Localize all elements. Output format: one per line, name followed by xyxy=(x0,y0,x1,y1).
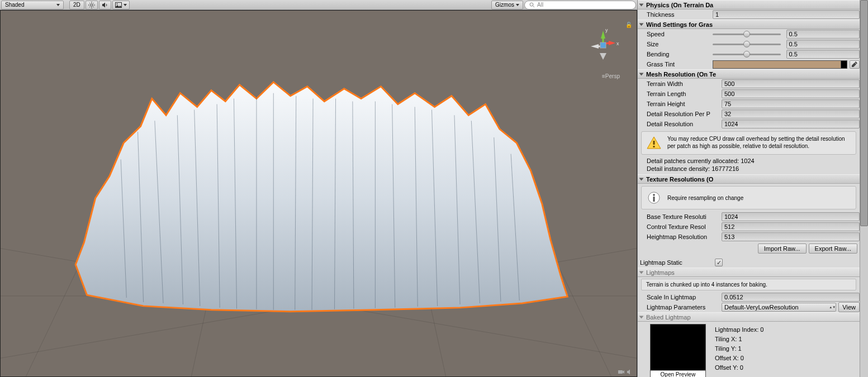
lighting-toggle-button[interactable] xyxy=(86,1,98,9)
camera-icon[interactable] xyxy=(618,369,624,375)
inspector-scrollbar[interactable] xyxy=(860,0,868,377)
scene-toolbar: Shaded 2D Gizmos All xyxy=(0,0,637,10)
terrain-width-field[interactable]: 500 xyxy=(722,79,860,88)
shading-mode-dropdown[interactable]: Shaded xyxy=(1,1,64,9)
svg-marker-43 xyxy=(601,31,605,39)
svg-line-12 xyxy=(533,6,535,7)
texture-section-header[interactable]: Texture Resolutions (O xyxy=(638,174,860,184)
viewport-status-bar xyxy=(614,368,637,376)
import-raw-button[interactable]: Import Raw... xyxy=(758,244,807,254)
lightmap-tiling-x: Tiling X: 1 xyxy=(715,335,763,344)
svg-line-5 xyxy=(89,3,90,3)
lightmap-offset-y: Offset Y: 0 xyxy=(715,363,763,373)
lightmap-static-checkbox[interactable]: ✓ xyxy=(715,259,723,266)
baked-lightmap-block: Open Preview Lightmap Index: 0 Tiling X:… xyxy=(638,322,860,377)
orientation-gizmo[interactable]: y x xyxy=(581,22,625,66)
speaker-status-icon[interactable] xyxy=(627,369,633,375)
svg-rect-52 xyxy=(653,141,655,145)
svg-text:x: x xyxy=(616,41,619,46)
svg-marker-46 xyxy=(609,41,615,45)
lightmap-params-dropdown[interactable]: Default-VeryLowResolution ▲▼ xyxy=(722,303,836,312)
svg-line-6 xyxy=(93,6,94,7)
thickness-row: Thickness 1 xyxy=(638,9,860,20)
terrain-length-field[interactable]: 500 xyxy=(722,89,860,98)
toggle-2d-button[interactable]: 2D xyxy=(69,1,84,9)
thickness-field[interactable]: 1 xyxy=(713,10,860,19)
patches-info: Detail patches currently allocated: 1024 xyxy=(638,157,860,165)
svg-rect-56 xyxy=(653,197,655,202)
warning-icon xyxy=(645,135,663,151)
eyedropper-button[interactable] xyxy=(850,60,860,69)
grass-tint-row: Grass Tint xyxy=(638,59,860,69)
lock-icon[interactable]: 🔓 xyxy=(625,22,632,28)
svg-line-8 xyxy=(93,3,94,3)
svg-marker-50 xyxy=(600,53,606,60)
lightmaps-section-header[interactable]: Lightmaps xyxy=(638,268,860,277)
image-icon xyxy=(115,2,122,8)
effects-dropdown[interactable] xyxy=(112,1,130,9)
perspective-label[interactable]: ≡Persp xyxy=(602,73,620,79)
heightmap-field[interactable]: 513 xyxy=(722,232,860,241)
svg-point-0 xyxy=(91,3,93,6)
wind-size-field[interactable]: 0.5 xyxy=(786,40,860,49)
base-texture-field[interactable]: 1024 xyxy=(722,212,860,221)
scene-search-input[interactable]: All xyxy=(524,1,636,9)
terrain-mesh xyxy=(64,77,573,314)
wind-size-row: Size 0.5 xyxy=(638,39,860,49)
svg-rect-53 xyxy=(653,146,655,147)
wind-speed-field[interactable]: 0.5 xyxy=(786,30,860,39)
lightmap-tiling-y: Tiling Y: 1 xyxy=(715,344,763,354)
speaker-icon xyxy=(102,2,108,8)
lightmap-preview-thumb[interactable]: Open Preview xyxy=(650,324,706,377)
sun-icon xyxy=(88,2,95,8)
svg-marker-41 xyxy=(591,44,599,49)
gizmos-dropdown[interactable]: Gizmos xyxy=(491,1,523,9)
svg-rect-51 xyxy=(618,370,623,374)
audio-toggle-button[interactable] xyxy=(99,1,111,9)
detail-resolution-field[interactable]: 1024 xyxy=(722,120,860,128)
svg-line-7 xyxy=(89,6,90,7)
scene-viewport[interactable]: 🔓 y x ≡Persp xyxy=(0,10,637,377)
texture-help-box: Require resampling on change xyxy=(641,186,856,209)
lightmaps-info: Terrain is chunked up into 4 instances f… xyxy=(641,279,856,290)
wind-speed-row: Speed 0.5 xyxy=(638,29,860,39)
info-icon xyxy=(645,190,663,206)
wind-section-header[interactable]: Wind Settings for Gras xyxy=(638,20,860,29)
mesh-help-box: You may reduce CPU draw call overhead by… xyxy=(641,131,856,155)
wind-bending-slider[interactable] xyxy=(713,54,781,55)
mesh-section-header[interactable]: Mesh Resolution (On Te xyxy=(638,69,860,79)
search-icon xyxy=(529,2,535,8)
lightmap-index: Lightmap Index: 0 xyxy=(715,325,763,335)
lightmap-offset-x: Offset X: 0 xyxy=(715,354,763,363)
svg-point-11 xyxy=(530,3,533,6)
scale-lightmap-field[interactable]: 0.0512 xyxy=(722,293,860,302)
svg-rect-49 xyxy=(600,42,606,48)
eyedropper-icon xyxy=(852,61,857,67)
svg-text:y: y xyxy=(605,27,608,33)
scene-view-panel: Shaded 2D Gizmos All xyxy=(0,0,637,377)
terrain-height-field[interactable]: 75 xyxy=(722,99,860,108)
wind-bending-row: Bending 0.5 xyxy=(638,49,860,59)
detail-per-patch-field[interactable]: 32 xyxy=(722,109,860,118)
physics-section-header[interactable]: Physics (On Terrain Da xyxy=(638,0,860,9)
svg-point-10 xyxy=(116,3,117,4)
wind-size-slider[interactable] xyxy=(713,44,781,45)
density-info: Detail instance density: 16777216 xyxy=(638,165,860,174)
open-preview-button[interactable]: Open Preview xyxy=(651,370,705,377)
grass-tint-color[interactable] xyxy=(713,60,847,69)
view-button[interactable]: View xyxy=(838,302,860,312)
wind-speed-slider[interactable] xyxy=(713,34,781,35)
inspector-panel: Physics (On Terrain Da Thickness 1 Wind … xyxy=(637,0,868,377)
baked-lightmap-header[interactable]: Baked Lightmap xyxy=(638,312,860,322)
svg-point-55 xyxy=(653,194,655,196)
export-raw-button[interactable]: Export Raw... xyxy=(809,244,857,254)
control-texture-field[interactable]: 512 xyxy=(722,222,860,231)
wind-bending-field[interactable]: 0.5 xyxy=(786,50,860,59)
